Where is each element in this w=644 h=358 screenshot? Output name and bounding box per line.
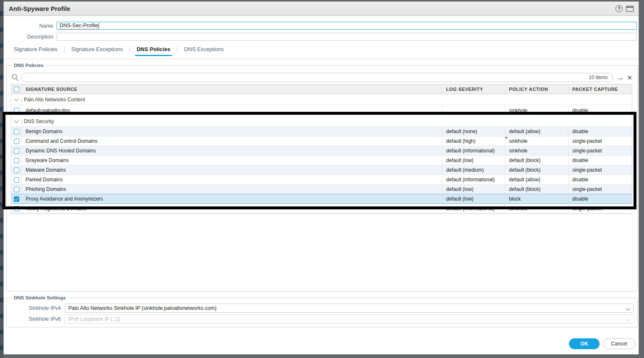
name-input[interactable]: DNS-Sec-Profile: [57, 22, 637, 30]
cell-packet-capture[interactable]: single-packet: [568, 185, 632, 194]
apply-filter-arrow-icon[interactable]: →: [616, 74, 623, 81]
cell-policy-action[interactable]: default (allow): [505, 175, 568, 184]
search-input[interactable]: 10 items: [21, 73, 613, 82]
row-checkbox[interactable]: [14, 108, 19, 113]
cell-packet-capture[interactable]: single-packet: [568, 137, 632, 146]
items-count: 10 items: [589, 75, 608, 80]
table-row[interactable]: Newly Registered Domains default (inform…: [11, 204, 632, 214]
cell-packet-capture[interactable]: disable: [568, 105, 632, 116]
cell-signature-source: default-paloalto-dns: [22, 108, 442, 113]
tab-separator: [130, 46, 130, 53]
chevron-down-icon[interactable]: [14, 118, 18, 123]
cell-log-severity[interactable]: default (low): [442, 185, 505, 194]
col-signature-source[interactable]: SIGNATURE SOURCE: [22, 85, 442, 94]
row-checkbox-checked[interactable]: [14, 196, 19, 202]
sinkhole-ipv4-select[interactable]: Palo Alto Networks Sinkhole IP (sinkhole…: [65, 304, 634, 313]
search-icon[interactable]: [11, 73, 19, 82]
sinkhole-ipv6-select: IPv6 Loopback IP (::1): [65, 314, 634, 324]
cell-signature-source: Proxy Avoidance and Anonymizers: [22, 196, 442, 202]
table-row[interactable]: Malware Domains default (medium) default…: [11, 165, 632, 175]
table-row[interactable]: Parked Domains default (informational) d…: [11, 175, 632, 185]
cell-policy-action[interactable]: default (block): [505, 156, 568, 165]
cell-policy-action[interactable]: sinkhole: [505, 204, 568, 213]
sinkhole-ipv6-row: Sinkhole IPv6 IPv6 Loopback IP (::1): [10, 314, 634, 324]
cell-packet-capture[interactable]: disable: [568, 194, 632, 203]
cell-packet-capture[interactable]: disable: [568, 156, 632, 165]
row-checkbox[interactable]: [14, 187, 19, 192]
table-row[interactable]: Dynamic DNS Hosted Domains default (info…: [11, 146, 632, 156]
cell-log-severity[interactable]: default (high): [442, 137, 505, 146]
group-row-dns-security[interactable]: : DNS Security: [11, 116, 632, 127]
table-row[interactable]: Benign Domains default (none) default (a…: [11, 127, 632, 137]
anti-spyware-profile-dialog: Anti-Spyware Profile ? Name DNS-Sec-Prof…: [3, 1, 639, 355]
cell-policy-action[interactable]: sinkhole: [505, 105, 568, 116]
tab-signature-exceptions[interactable]: Signature Exceptions: [70, 46, 125, 55]
text-caret: [99, 23, 99, 28]
col-packet-capture[interactable]: PACKET CAPTURE: [568, 85, 632, 94]
select-all-checkbox[interactable]: [14, 87, 19, 92]
description-label: Description: [4, 34, 57, 40]
help-icon[interactable]: ?: [615, 5, 623, 12]
cell-signature-source: Command and Control Domains: [22, 138, 442, 144]
row-checkbox[interactable]: [14, 177, 19, 183]
description-row: Description: [4, 33, 639, 41]
cell-policy-action[interactable]: sinkhole: [505, 146, 568, 155]
cell-log-severity[interactable]: default (informational): [442, 146, 505, 155]
table-row-selected[interactable]: Proxy Avoidance and Anonymizers default …: [11, 194, 632, 204]
tab-signature-policies[interactable]: Signature Policies: [12, 46, 59, 55]
cell-policy-action[interactable]: default (block): [505, 165, 568, 175]
row-checkbox[interactable]: [14, 206, 19, 211]
row-checkbox[interactable]: [14, 158, 19, 163]
cell-signature-source: Dynamic DNS Hosted Domains: [22, 148, 442, 154]
chevron-down-icon[interactable]: [14, 96, 18, 101]
group-label: : Palo Alto Networks Content: [21, 97, 85, 103]
cell-log-severity[interactable]: default (informational): [442, 175, 505, 184]
tab-dns-exceptions[interactable]: DNS Exceptions: [182, 46, 226, 55]
col-policy-action[interactable]: POLICY ACTION: [505, 85, 568, 94]
cell-log-severity[interactable]: default (low): [442, 156, 505, 165]
dns-policies-section: DNS Policies 10 items → ✕ SIGNATURE SOU: [6, 63, 638, 291]
cell-log-severity[interactable]: default (medium): [442, 165, 505, 175]
clear-filter-icon[interactable]: ✕: [627, 75, 632, 81]
table-row[interactable]: default-paloalto-dns sinkhole disable: [11, 105, 632, 116]
tab-separator: [177, 46, 177, 53]
cell-log-severity[interactable]: default (low): [442, 194, 505, 203]
tab-dns-policies[interactable]: DNS Policies: [135, 46, 172, 55]
table-row[interactable]: Grayware Domains default (low) default (…: [11, 156, 632, 165]
tabs-divider: [4, 59, 639, 59]
cell-packet-capture[interactable]: disable: [568, 175, 632, 184]
cell-packet-capture[interactable]: single-packet: [568, 165, 632, 175]
row-checkbox[interactable]: [14, 139, 19, 144]
row-checkbox[interactable]: [14, 167, 19, 173]
cell-packet-capture[interactable]: single-packet: [568, 204, 632, 213]
cell-log-severity[interactable]: default (informational): [442, 204, 505, 213]
sinkhole-ipv6-label: Sinkhole IPv6: [10, 316, 65, 322]
cell-log-severity[interactable]: default (none): [442, 127, 505, 136]
cell-policy-action[interactable]: block: [505, 194, 568, 203]
cell-policy-action[interactable]: default (block): [505, 185, 568, 194]
table-row[interactable]: Command and Control Domains default (hig…: [11, 137, 632, 146]
cell-log-severity[interactable]: [442, 105, 505, 116]
cell-signature-source: Newly Registered Domains: [22, 206, 442, 211]
description-input[interactable]: [57, 33, 637, 41]
cell-signature-source: Phishing Domains: [22, 186, 442, 192]
table-row[interactable]: Phishing Domains default (low) default (…: [11, 185, 632, 194]
col-log-severity[interactable]: LOG SEVERITY: [442, 85, 505, 94]
cell-packet-capture[interactable]: disable: [568, 127, 632, 136]
cell-packet-capture[interactable]: single-packet: [568, 146, 632, 155]
row-checkbox[interactable]: [14, 129, 19, 134]
name-input-value: DNS-Sec-Profile: [60, 23, 98, 29]
dns-policies-legend: DNS Policies: [12, 63, 46, 68]
table-header-row: SIGNATURE SOURCE LOG SEVERITY POLICY ACT…: [11, 85, 632, 94]
titlebar-icons: ?: [615, 5, 634, 12]
window-maximize-icon[interactable]: [626, 6, 634, 12]
cell-policy-action-modified[interactable]: sinkhole: [505, 137, 568, 146]
row-checkbox[interactable]: [14, 148, 19, 154]
cancel-button[interactable]: Cancel: [603, 338, 635, 349]
group-row-palo-alto-content[interactable]: : Palo Alto Networks Content: [11, 94, 632, 105]
sinkhole-ipv4-row: Sinkhole IPv4 Palo Alto Networks Sinkhol…: [10, 304, 634, 313]
cell-policy-action[interactable]: default (allow): [505, 127, 568, 136]
sinkhole-ipv4-value: Palo Alto Networks Sinkhole IP (sinkhole…: [68, 305, 216, 311]
profile-tabs: Signature Policies Signature Exceptions …: [12, 46, 639, 55]
ok-button[interactable]: OK: [569, 338, 600, 349]
